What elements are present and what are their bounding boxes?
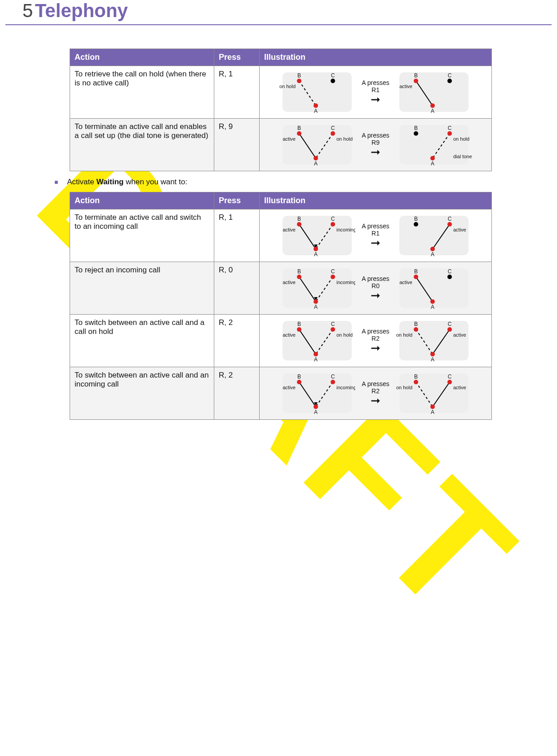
cell-illustration: Bon holdCA A pressesR1➞ BactiveCA	[260, 66, 492, 119]
svg-text:A: A	[431, 160, 434, 167]
svg-text:active: active	[283, 385, 296, 390]
svg-point-2	[297, 79, 301, 83]
svg-point-70	[314, 299, 318, 304]
svg-text:A: A	[431, 304, 434, 310]
svg-point-53	[414, 222, 418, 227]
svg-point-101	[430, 352, 435, 356]
svg-text:B: B	[297, 268, 301, 275]
svg-text:A: A	[314, 160, 318, 167]
svg-text:B: B	[297, 374, 301, 380]
svg-point-64	[297, 275, 301, 279]
svg-text:active: active	[283, 332, 296, 338]
cell-illustration: BactiveCincomingA A pressesR0➞ BactiveCA	[260, 262, 492, 315]
svg-text:B: B	[297, 321, 301, 327]
svg-point-49	[314, 247, 318, 251]
svg-point-79	[430, 299, 435, 304]
header-rule	[5, 24, 552, 25]
table-row: To switch between an active call and an …	[70, 367, 492, 420]
svg-point-124	[430, 405, 435, 409]
svg-text:B: B	[414, 216, 418, 222]
svg-text:C: C	[447, 374, 451, 380]
running-head: 5 Telephony	[22, 0, 128, 22]
col-action: Action	[70, 49, 214, 66]
svg-text:A: A	[314, 356, 318, 363]
svg-point-90	[314, 352, 318, 356]
svg-text:active: active	[453, 227, 466, 232]
svg-text:C: C	[447, 321, 451, 327]
svg-text:A: A	[431, 251, 434, 258]
cell-action: To switch between an active call and an …	[70, 367, 214, 420]
table-row: To retrieve the call on hold (when there…	[70, 66, 492, 119]
cell-press: R, 1	[214, 209, 260, 262]
svg-text:C: C	[447, 72, 451, 79]
cell-press: R, 2	[214, 367, 260, 420]
col-action: Action	[70, 192, 214, 209]
svg-text:C: C	[331, 72, 335, 79]
transition-arrow: A pressesR2➞	[362, 380, 389, 406]
bullet-icon: ■	[54, 178, 58, 186]
cell-action: To switch between an active call and a c…	[70, 315, 214, 367]
transition-arrow: A pressesR9➞	[362, 132, 389, 158]
svg-point-33	[447, 131, 452, 136]
col-illustration: Illustration	[260, 49, 492, 66]
svg-text:C: C	[447, 125, 451, 131]
svg-point-113	[314, 405, 318, 409]
cell-action: To terminate an active call and enables …	[70, 119, 214, 171]
svg-point-5	[331, 79, 335, 83]
svg-point-118	[414, 380, 418, 384]
table-row: To terminate an active call and enables …	[70, 119, 492, 171]
svg-text:on hold: on hold	[336, 136, 353, 142]
svg-text:B: B	[297, 72, 301, 79]
svg-point-110	[331, 380, 335, 384]
cell-action: To reject an incoming call	[70, 262, 214, 315]
chapter-title: Telephony	[35, 0, 128, 21]
svg-text:active: active	[399, 84, 412, 89]
svg-point-55	[447, 222, 452, 227]
svg-point-43	[297, 222, 301, 227]
transition-arrow: A pressesR0➞	[362, 275, 389, 301]
svg-text:A: A	[431, 356, 434, 363]
svg-text:B: B	[414, 125, 418, 131]
svg-text:A: A	[314, 304, 318, 310]
cell-illustration: BactiveCon holdA A pressesR2➞ Bon holdCa…	[260, 315, 492, 367]
svg-text:on hold: on hold	[396, 332, 412, 338]
svg-text:A: A	[431, 108, 434, 114]
svg-point-58	[430, 247, 435, 251]
svg-text:A: A	[314, 108, 318, 114]
svg-text:active: active	[283, 227, 296, 232]
svg-point-11	[414, 79, 418, 83]
cell-illustration: BactiveCincomingA A pressesR1➞ BCactiveA	[260, 209, 492, 262]
svg-point-46	[331, 222, 335, 227]
action-table: Action Press Illustration To terminate a…	[70, 192, 492, 420]
svg-point-84	[297, 327, 301, 332]
svg-text:on hold: on hold	[279, 84, 296, 89]
svg-point-14	[447, 79, 452, 83]
cell-action: To retrieve the call on hold (when there…	[70, 66, 214, 119]
svg-text:A: A	[314, 251, 318, 258]
svg-text:active: active	[283, 136, 296, 142]
cell-press: R, 0	[214, 262, 260, 315]
svg-point-27	[314, 156, 318, 160]
svg-point-87	[331, 327, 335, 332]
section-bullet: ■ Activate Waiting when you want to:	[54, 178, 492, 187]
svg-text:active: active	[453, 332, 466, 338]
svg-text:dial tone: dial tone	[453, 154, 472, 159]
svg-point-77	[447, 275, 452, 279]
svg-point-121	[447, 380, 452, 384]
svg-text:active: active	[399, 280, 412, 285]
svg-point-21	[297, 131, 301, 136]
svg-text:B: B	[297, 125, 301, 131]
svg-point-31	[414, 131, 418, 136]
col-press: Press	[214, 192, 260, 209]
cell-press: R, 1	[214, 66, 260, 119]
illustration: BactiveCincomingA A pressesR0➞ BactiveCA	[264, 266, 487, 311]
svg-text:A: A	[431, 409, 434, 415]
table-row: To terminate an active call and switch t…	[70, 209, 492, 262]
svg-text:C: C	[331, 216, 335, 222]
transition-arrow: A pressesR1➞	[362, 222, 389, 249]
illustration: BactiveCincomingA A pressesR2➞ Bon holdC…	[264, 371, 487, 416]
svg-point-16	[430, 103, 435, 108]
action-table: Action Press Illustration To retrieve th…	[70, 49, 492, 171]
illustration: BactiveCon holdA A pressesR9➞ BCon holdA…	[264, 122, 487, 167]
svg-text:C: C	[447, 268, 451, 275]
